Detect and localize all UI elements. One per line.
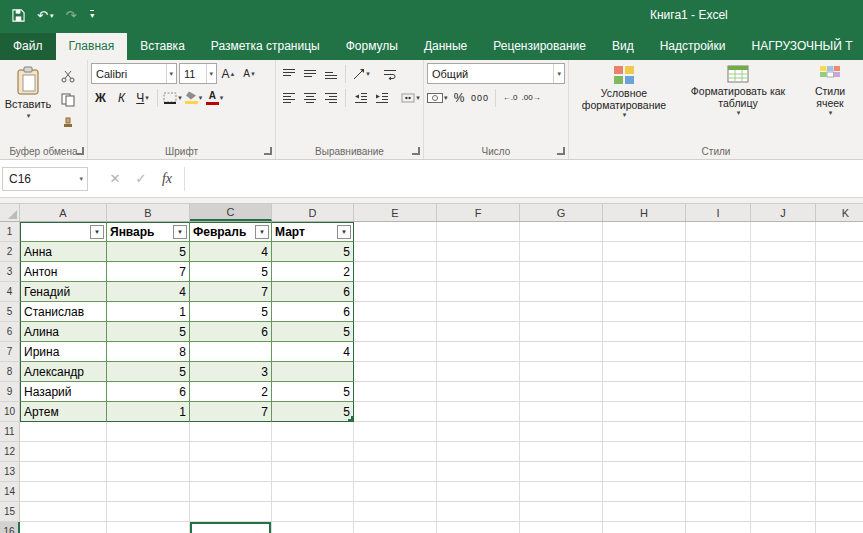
cell-I15[interactable]	[686, 502, 751, 522]
cell-E9[interactable]	[354, 382, 437, 402]
cell-J11[interactable]	[751, 422, 816, 442]
cell-I7[interactable]	[686, 342, 751, 362]
row-header-4[interactable]: 4	[0, 282, 20, 302]
cell-K9[interactable]	[816, 382, 863, 402]
align-center-button[interactable]	[300, 87, 319, 108]
cell-F4[interactable]	[437, 282, 520, 302]
cell-D7[interactable]: 4	[272, 342, 354, 362]
cell-A14[interactable]	[20, 482, 107, 502]
cell-G10[interactable]	[520, 402, 603, 422]
row-header-6[interactable]: 6	[0, 322, 20, 342]
cell-F7[interactable]	[437, 342, 520, 362]
dialog-launcher-icon[interactable]	[412, 147, 420, 155]
cell-G16[interactable]	[520, 522, 603, 533]
cell-H9[interactable]	[603, 382, 686, 402]
cell-H15[interactable]	[603, 502, 686, 522]
cell-K11[interactable]	[816, 422, 863, 442]
name-box[interactable]: C16 ▾	[2, 167, 88, 191]
insert-function-button[interactable]: fx	[154, 167, 180, 191]
cell-A11[interactable]	[20, 422, 107, 442]
increase-decimal-button[interactable]: ←.0	[501, 87, 520, 108]
cell-B8[interactable]: 5	[107, 362, 190, 382]
cell-B16[interactable]	[107, 522, 190, 533]
cancel-button[interactable]: ✕	[102, 167, 128, 191]
dialog-launcher-icon[interactable]	[76, 147, 84, 155]
cell-I12[interactable]	[686, 442, 751, 462]
tab-formulas[interactable]: Формулы	[333, 33, 411, 60]
tab-home[interactable]: Главная	[56, 33, 128, 60]
cell-F8[interactable]	[437, 362, 520, 382]
cell-J14[interactable]	[751, 482, 816, 502]
cell-E15[interactable]	[354, 502, 437, 522]
cell-J4[interactable]	[751, 282, 816, 302]
row-header-15[interactable]: 15	[0, 502, 20, 522]
cell-K15[interactable]	[816, 502, 863, 522]
cell-G8[interactable]	[520, 362, 603, 382]
save-button[interactable]	[12, 9, 25, 22]
cell-K2[interactable]	[816, 242, 863, 262]
cell-C16[interactable]	[190, 522, 272, 533]
cell-D4[interactable]: 6	[272, 282, 354, 302]
cell-J2[interactable]	[751, 242, 816, 262]
fill-color-button[interactable]: ▾	[184, 87, 203, 108]
align-left-button[interactable]	[279, 87, 298, 108]
cell-E6[interactable]	[354, 322, 437, 342]
cell-J10[interactable]	[751, 402, 816, 422]
paste-button[interactable]: Вставить ▾	[3, 63, 53, 119]
row-header-9[interactable]: 9	[0, 382, 20, 402]
cell-H10[interactable]	[603, 402, 686, 422]
cell-F13[interactable]	[437, 462, 520, 482]
cell-J15[interactable]	[751, 502, 816, 522]
cell-C5[interactable]: 5	[190, 302, 272, 322]
decrease-decimal-button[interactable]: .00→	[522, 87, 541, 108]
row-header-10[interactable]: 10	[0, 402, 20, 422]
cell-H11[interactable]	[603, 422, 686, 442]
cell-G11[interactable]	[520, 422, 603, 442]
column-header-F[interactable]: F	[437, 204, 520, 221]
cell-E14[interactable]	[354, 482, 437, 502]
cell-C9[interactable]: 2	[190, 382, 272, 402]
cell-G9[interactable]	[520, 382, 603, 402]
cell-F10[interactable]	[437, 402, 520, 422]
cell-I14[interactable]	[686, 482, 751, 502]
accounting-format-button[interactable]: ▾	[427, 87, 448, 108]
tab-file[interactable]: Файл	[0, 33, 56, 60]
cut-button[interactable]	[55, 65, 81, 86]
align-middle-button[interactable]	[300, 63, 319, 84]
cell-I11[interactable]	[686, 422, 751, 442]
comma-style-button[interactable]: 000	[471, 87, 490, 108]
cell-A15[interactable]	[20, 502, 107, 522]
cell-A1[interactable]: ▼	[20, 222, 107, 242]
cell-C4[interactable]: 7	[190, 282, 272, 302]
cell-I4[interactable]	[686, 282, 751, 302]
cell-K5[interactable]	[816, 302, 863, 322]
cell-J12[interactable]	[751, 442, 816, 462]
cell-C7[interactable]	[190, 342, 272, 362]
row-header-2[interactable]: 2	[0, 242, 20, 262]
cell-B10[interactable]: 1	[107, 402, 190, 422]
cell-I1[interactable]	[686, 222, 751, 242]
cell-C10[interactable]: 7	[190, 402, 272, 422]
conditional-formatting-button[interactable]: Условное форматирование ▾	[572, 63, 676, 143]
cell-F16[interactable]	[437, 522, 520, 533]
cell-E16[interactable]	[354, 522, 437, 533]
cell-F14[interactable]	[437, 482, 520, 502]
column-header-J[interactable]: J	[751, 204, 816, 221]
cell-E7[interactable]	[354, 342, 437, 362]
cell-H16[interactable]	[603, 522, 686, 533]
dialog-launcher-icon[interactable]	[264, 147, 272, 155]
cell-I9[interactable]	[686, 382, 751, 402]
underline-button[interactable]: Ч▾	[133, 87, 152, 108]
increase-font-button[interactable]: А▲	[219, 63, 238, 84]
row-header-12[interactable]: 12	[0, 442, 20, 462]
cell-K6[interactable]	[816, 322, 863, 342]
tab-addins[interactable]: Надстройки	[647, 33, 739, 60]
cell-D2[interactable]: 5	[272, 242, 354, 262]
column-header-E[interactable]: E	[354, 204, 437, 221]
cell-E11[interactable]	[354, 422, 437, 442]
row-header-14[interactable]: 14	[0, 482, 20, 502]
cell-G13[interactable]	[520, 462, 603, 482]
font-size-combo[interactable]: 11 ▾	[179, 63, 217, 84]
cell-C1[interactable]: Февраль▼	[190, 222, 272, 242]
cell-C11[interactable]	[190, 422, 272, 442]
